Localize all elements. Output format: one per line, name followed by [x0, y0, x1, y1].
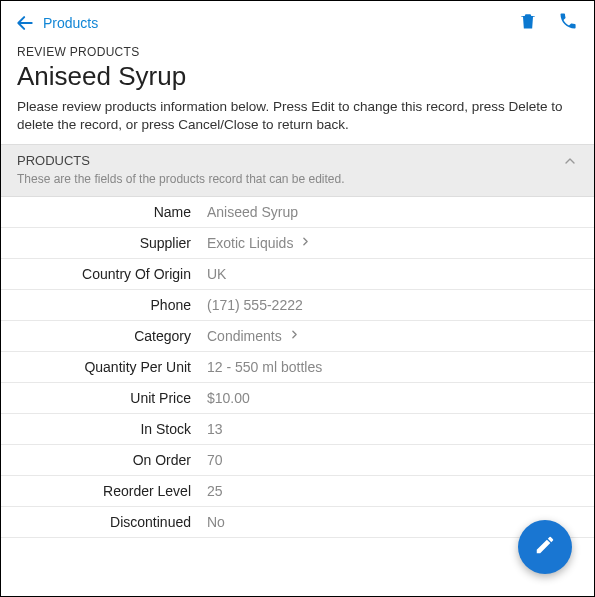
field-label: Discontinued	[17, 514, 207, 530]
field-label: Name	[17, 204, 207, 220]
field-row-supplier: Supplier Exotic Liquids	[1, 228, 594, 259]
chevron-right-icon	[288, 328, 301, 344]
page-header: REVIEW PRODUCTS Aniseed Syrup Please rev…	[1, 45, 594, 144]
field-label: On Order	[17, 452, 207, 468]
field-value: (171) 555-2222	[207, 297, 303, 313]
field-value: 13	[207, 421, 223, 437]
fields-list: Name Aniseed Syrup Supplier Exotic Liqui…	[1, 197, 594, 538]
review-label: REVIEW PRODUCTS	[17, 45, 578, 59]
field-row-unit-price: Unit Price $10.00	[1, 383, 594, 414]
field-value-text: Exotic Liquids	[207, 235, 293, 251]
field-value: No	[207, 514, 225, 530]
field-value: Aniseed Syrup	[207, 204, 298, 220]
field-label: Country Of Origin	[17, 266, 207, 282]
field-value: 70	[207, 452, 223, 468]
field-value: $10.00	[207, 390, 250, 406]
field-value-link[interactable]: Exotic Liquids	[207, 235, 312, 251]
field-label: Quantity Per Unit	[17, 359, 207, 375]
field-row-reorder-level: Reorder Level 25	[1, 476, 594, 507]
field-row-qty-per-unit: Quantity Per Unit 12 - 550 ml bottles	[1, 352, 594, 383]
field-label: Reorder Level	[17, 483, 207, 499]
edit-button[interactable]	[518, 520, 572, 574]
field-label: Phone	[17, 297, 207, 313]
field-value-text: Condiments	[207, 328, 282, 344]
field-label: In Stock	[17, 421, 207, 437]
field-label: Supplier	[17, 235, 207, 251]
field-value: UK	[207, 266, 226, 282]
field-row-name: Name Aniseed Syrup	[1, 197, 594, 228]
phone-icon[interactable]	[558, 11, 578, 35]
section-subtitle: These are the fields of the products rec…	[17, 172, 562, 186]
section-title: PRODUCTS	[17, 153, 562, 168]
back-arrow-icon[interactable]	[15, 13, 35, 33]
field-value: 25	[207, 483, 223, 499]
field-row-category: Category Condiments	[1, 321, 594, 352]
field-row-country: Country Of Origin UK	[1, 259, 594, 290]
field-row-phone: Phone (171) 555-2222	[1, 290, 594, 321]
chevron-up-icon	[562, 153, 578, 173]
trash-icon[interactable]	[518, 11, 538, 35]
top-bar: Products	[1, 1, 594, 45]
field-row-on-order: On Order 70	[1, 445, 594, 476]
chevron-right-icon	[299, 235, 312, 251]
field-value-link[interactable]: Condiments	[207, 328, 301, 344]
pencil-icon	[534, 534, 556, 560]
field-value: 12 - 550 ml bottles	[207, 359, 322, 375]
section-header[interactable]: PRODUCTS These are the fields of the pro…	[1, 144, 594, 197]
field-label: Category	[17, 328, 207, 344]
field-row-in-stock: In Stock 13	[1, 414, 594, 445]
page-title: Aniseed Syrup	[17, 61, 578, 92]
field-row-discontinued: Discontinued No	[1, 507, 594, 538]
field-label: Unit Price	[17, 390, 207, 406]
back-link[interactable]: Products	[43, 15, 98, 31]
page-description: Please review products information below…	[17, 98, 578, 134]
